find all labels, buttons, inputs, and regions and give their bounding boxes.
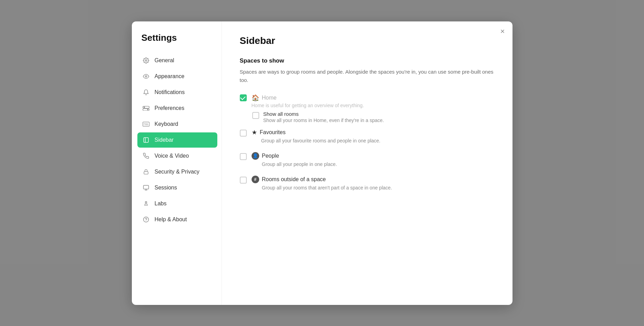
rooms-outside-content: # Rooms outside of a space Group all you… — [252, 176, 495, 192]
settings-sidebar: Settings General Appearance — [132, 21, 222, 305]
bell-icon — [142, 89, 150, 96]
sidebar-item-preferences[interactable]: Preferences — [137, 101, 217, 116]
people-name: People — [262, 153, 279, 159]
sidebar-item-help-about[interactable]: Help & About — [137, 212, 217, 227]
lock-icon — [142, 168, 150, 176]
keyboard-icon — [142, 120, 150, 128]
svg-point-0 — [145, 59, 147, 61]
svg-rect-16 — [143, 185, 148, 189]
rooms-outside-header: # Rooms outside of a space — [252, 176, 495, 183]
sidebar-item-security-privacy[interactable]: Security & Privacy — [137, 164, 217, 179]
star-icon: ★ — [252, 129, 257, 136]
people-header: 👤 People — [252, 152, 495, 160]
toggle-icon — [142, 104, 150, 112]
sidebar-item-label: Sidebar — [155, 137, 174, 143]
sidebar-item-label: General — [155, 57, 174, 64]
sidebar-item-keyboard[interactable]: Keyboard — [137, 117, 217, 132]
people-icon: 👤 — [252, 152, 259, 160]
sidebar-item-label: Notifications — [155, 89, 185, 95]
people-checkbox[interactable] — [240, 153, 247, 160]
rooms-outside-name: Rooms outside of a space — [262, 176, 326, 183]
section-title: Spaces to show — [240, 57, 495, 64]
sidebar-icon — [142, 136, 150, 144]
show-all-rooms-checkbox[interactable] — [252, 112, 259, 119]
sidebar-item-notifications[interactable]: Notifications — [137, 85, 217, 100]
favourites-checkbox[interactable] — [240, 130, 247, 137]
space-item-favourites: ★ Favourites Group all your favourite ro… — [240, 129, 495, 145]
home-desc: Home is useful for getting an overview o… — [252, 103, 495, 108]
eye-icon — [142, 73, 150, 80]
settings-modal: × Settings General Appea — [132, 21, 513, 305]
sidebar-item-label: Keyboard — [155, 121, 179, 127]
main-content: Sidebar Spaces to show Spaces are ways t… — [222, 21, 513, 305]
section-description: Spaces are ways to group rooms and peopl… — [240, 68, 495, 84]
svg-rect-13 — [144, 138, 148, 142]
favourites-name: Favourites — [260, 129, 286, 136]
sidebar-item-voice-video[interactable]: Voice & Video — [137, 148, 217, 164]
page-title: Sidebar — [240, 35, 495, 46]
favourites-header: ★ Favourites — [252, 129, 495, 136]
monitor-icon — [142, 184, 150, 192]
sidebar-item-general[interactable]: General — [137, 53, 217, 68]
gear-icon — [142, 57, 150, 64]
show-all-rooms-desc: Show all your rooms in Home, even if the… — [263, 118, 495, 123]
sub-item-show-all-rooms: Show all rooms Show all your rooms in Ho… — [252, 111, 495, 123]
home-icon: 🏠 — [252, 94, 259, 102]
settings-title: Settings — [137, 32, 217, 53]
show-all-rooms-content: Show all rooms Show all your rooms in Ho… — [263, 111, 495, 123]
sidebar-item-label: Preferences — [155, 105, 184, 111]
home-content: 🏠 Home Home is useful for getting an ove… — [252, 94, 495, 108]
sidebar-item-label: Voice & Video — [155, 153, 189, 159]
sidebar-item-sessions[interactable]: Sessions — [137, 180, 217, 195]
sidebar-item-label: Security & Privacy — [155, 169, 200, 175]
sidebar-item-label: Labs — [155, 201, 167, 207]
labs-icon — [142, 200, 150, 207]
sidebar-item-appearance[interactable]: Appearance — [137, 69, 217, 84]
svg-point-5 — [147, 109, 148, 110]
help-icon — [142, 216, 150, 223]
svg-rect-15 — [144, 171, 148, 174]
modal-overlay: × Settings General Appea — [0, 0, 644, 326]
people-desc: Group all your people in one place. — [262, 161, 495, 168]
hash-icon: # — [252, 176, 259, 183]
home-name: Home — [262, 95, 277, 101]
space-item-people: 👤 People Group all your people in one pl… — [240, 152, 495, 168]
home-checkbox[interactable] — [240, 94, 247, 101]
favourites-desc: Group all your favourite rooms and peopl… — [261, 137, 495, 145]
svg-point-3 — [144, 106, 145, 108]
sidebar-item-label: Sessions — [155, 185, 177, 191]
show-all-rooms-name: Show all rooms — [263, 111, 495, 117]
sidebar-item-labs[interactable]: Labs — [137, 196, 217, 211]
people-content: 👤 People Group all your people in one pl… — [252, 152, 495, 168]
sidebar-item-sidebar[interactable]: Sidebar — [137, 132, 217, 148]
svg-rect-6 — [143, 122, 149, 126]
sidebar-item-label: Help & About — [155, 216, 187, 223]
home-header: 🏠 Home — [252, 94, 495, 102]
space-item-home: 🏠 Home Home is useful for getting an ove… — [240, 94, 495, 108]
space-item-rooms-outside: # Rooms outside of a space Group all you… — [240, 176, 495, 192]
svg-point-1 — [145, 75, 147, 77]
close-button[interactable]: × — [500, 28, 505, 35]
favourites-content: ★ Favourites Group all your favourite ro… — [252, 129, 495, 145]
sidebar-item-label: Appearance — [155, 73, 184, 80]
home-checkbox-control[interactable] — [240, 94, 247, 101]
phone-icon — [142, 152, 150, 160]
rooms-outside-checkbox[interactable] — [240, 177, 247, 184]
rooms-outside-desc: Group all your rooms that aren't part of… — [262, 184, 495, 192]
